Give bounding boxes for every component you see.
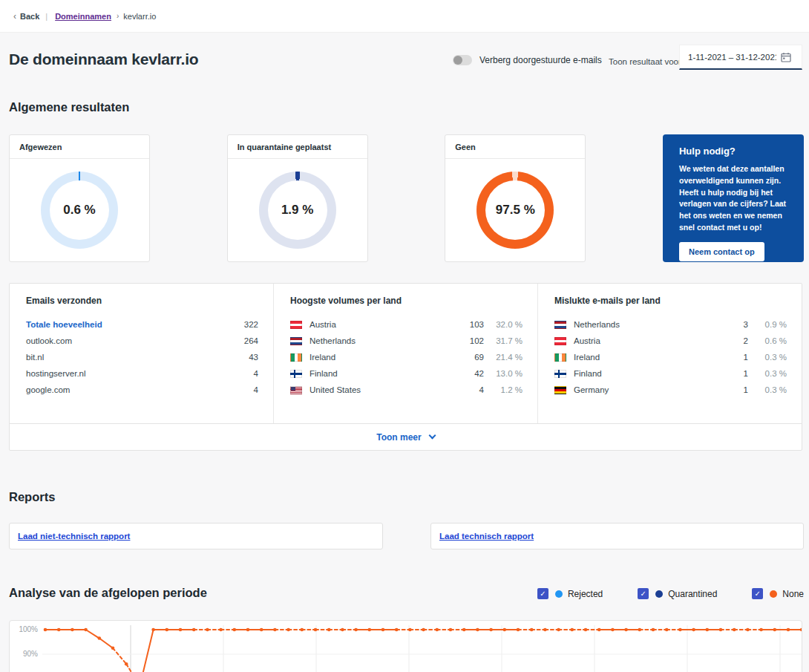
volumes-title: Hoogste volumes per land xyxy=(290,296,523,306)
country-percent-value: 21.4 % xyxy=(484,353,523,362)
date-range-picker[interactable] xyxy=(679,45,802,70)
contact-button[interactable]: Neem contact op xyxy=(679,242,764,261)
ie-flag-icon xyxy=(290,353,302,362)
report-card-technical: Laad technisch rapport xyxy=(430,523,804,549)
country-count-value: 42 xyxy=(459,369,484,378)
country-count-value: 2 xyxy=(723,336,748,345)
legend-item-quarantined: ✓Quarantined xyxy=(638,588,717,599)
total-amount-link[interactable]: Totale hoeveelheid xyxy=(26,320,244,329)
calendar-icon[interactable] xyxy=(781,52,791,62)
sender-domain-label: outlook.com xyxy=(26,336,244,345)
country-count-value: 3 xyxy=(723,320,748,329)
sender-count-value: 43 xyxy=(249,353,258,362)
de-flag-icon xyxy=(554,386,566,394)
rejected-donut-chart: 0.6 % xyxy=(41,172,118,249)
none-donut-chart: 97.5 % xyxy=(476,172,554,249)
chevron-down-icon xyxy=(428,432,436,440)
country-count-value: 102 xyxy=(459,336,484,345)
country-label: United States xyxy=(309,385,459,394)
emails-sent-column: Emails verzonden Totale hoeveelheid322ou… xyxy=(10,284,273,423)
legend-label: Quarantined xyxy=(668,589,717,599)
table-row: hostingserver.nl4 xyxy=(26,365,258,382)
legend-label: Rejected xyxy=(568,589,603,599)
card-none: Geen 97.5 % xyxy=(445,134,586,262)
load-technical-report-link[interactable]: Laad technisch rapport xyxy=(439,532,534,541)
emails-sent-title: Emails verzonden xyxy=(26,296,258,306)
donut-wrap: 1.9 % xyxy=(228,159,367,261)
legend-item-rejected: ✓Rejected xyxy=(537,588,603,599)
legend-label: None xyxy=(782,589,804,599)
breadcrumb-link-domeinnamen[interactable]: Domeinnamen xyxy=(55,12,111,21)
country-label: Finland xyxy=(309,369,459,378)
table-row: Austria20.6 % xyxy=(554,333,787,349)
sender-count-value: 4 xyxy=(254,369,258,378)
country-count-value: 1 xyxy=(723,353,748,362)
section-heading-general: Algemene resultaten xyxy=(9,100,129,114)
sender-domain-label: hostingserver.nl xyxy=(26,369,254,378)
checkbox-none[interactable]: ✓ xyxy=(752,588,763,599)
trend-line-chart xyxy=(10,621,802,672)
help-card-title: Hulp nodig? xyxy=(679,146,793,157)
card-quarantined: In quarantaine geplaatst 1.9 % xyxy=(227,134,368,262)
country-count-value: 1 xyxy=(723,369,748,378)
table-row: Totale hoeveelheid322 xyxy=(26,316,258,333)
card-rejected-title: Afgewezen xyxy=(10,135,149,159)
country-percent-value: 0.3 % xyxy=(748,353,787,362)
breadcrumb-separator: | xyxy=(45,12,48,21)
country-percent-value: 0.3 % xyxy=(748,385,787,394)
sender-count-value: 4 xyxy=(254,385,258,394)
table-row: outlook.com264 xyxy=(26,333,258,349)
country-percent-value: 13.0 % xyxy=(484,369,523,378)
table-row: Germany10.3 % xyxy=(554,382,787,398)
country-count-value: 4 xyxy=(459,385,484,394)
at-flag-icon xyxy=(554,337,566,345)
country-label: Germany xyxy=(574,385,723,394)
section-heading-analysis: Analyse van de afgelopen periode xyxy=(9,586,207,600)
back-button[interactable]: Back xyxy=(20,12,39,21)
at-flag-icon xyxy=(290,321,302,329)
legend-item-none: ✓None xyxy=(752,588,804,599)
date-range-input[interactable] xyxy=(680,53,776,62)
country-percent-value: 32.0 % xyxy=(484,320,523,329)
country-label: Netherlands xyxy=(574,320,723,329)
card-rejected: Afgewezen 0.6 % xyxy=(9,134,150,262)
load-nontechnical-report-link[interactable]: Laad niet-technisch rapport xyxy=(18,532,130,541)
ie-flag-icon xyxy=(554,353,566,362)
country-label: Austria xyxy=(574,336,723,345)
donut-wrap: 0.6 % xyxy=(10,159,149,261)
country-label: Ireland xyxy=(574,353,723,362)
result-cards-row: Afgewezen 0.6 % In quarantaine geplaatst… xyxy=(9,134,804,262)
country-label: Finland xyxy=(574,369,723,378)
hide-forwarded-toggle[interactable] xyxy=(453,55,472,65)
table-row: Austria10332.0 % xyxy=(290,316,523,333)
legend-dot-icon xyxy=(770,590,777,598)
sender-domain-label: google.com xyxy=(26,385,254,394)
none-percentage: 97.5 % xyxy=(485,180,545,240)
country-percent-value: 0.6 % xyxy=(748,336,787,345)
date-range-label: Toon resultaat voor xyxy=(609,57,681,66)
country-percent-value: 31.7 % xyxy=(484,336,523,345)
toggle-knob xyxy=(453,56,462,65)
page-title: De domeinnaam kevlarr.io xyxy=(9,50,198,68)
country-count-value: 103 xyxy=(459,320,484,329)
toggle-label: Verberg doorgestuurde e-mails xyxy=(479,55,602,65)
checkbox-quarantined[interactable]: ✓ xyxy=(638,588,649,599)
country-percent-value: 0.9 % xyxy=(748,320,787,329)
country-percent-value: 1.2 % xyxy=(484,385,523,394)
chart-legend: ✓Rejected✓Quarantined✓None xyxy=(537,588,804,599)
donut-wrap: 97.5 % xyxy=(445,159,585,261)
volumes-column: Hoogste volumes per land Austria10332.0 … xyxy=(273,284,537,423)
help-card: Hulp nodig? We weten dat deze aantallen … xyxy=(663,134,804,262)
show-more-button[interactable]: Toon meer xyxy=(376,432,434,443)
legend-dot-icon xyxy=(555,590,563,598)
country-count-value: 1 xyxy=(723,385,748,394)
country-label: Netherlands xyxy=(309,336,459,345)
fi-flag-icon xyxy=(554,370,566,378)
sender-count-value: 264 xyxy=(244,336,258,345)
table-row: Netherlands30.9 % xyxy=(554,316,787,333)
stats-panel: Emails verzonden Totale hoeveelheid322ou… xyxy=(9,283,802,451)
checkbox-rejected[interactable]: ✓ xyxy=(537,588,548,599)
help-card-body: We weten dat deze aantallen overweldigen… xyxy=(679,163,793,234)
section-heading-reports: Reports xyxy=(9,490,55,504)
table-row: United States41.2 % xyxy=(290,382,523,398)
